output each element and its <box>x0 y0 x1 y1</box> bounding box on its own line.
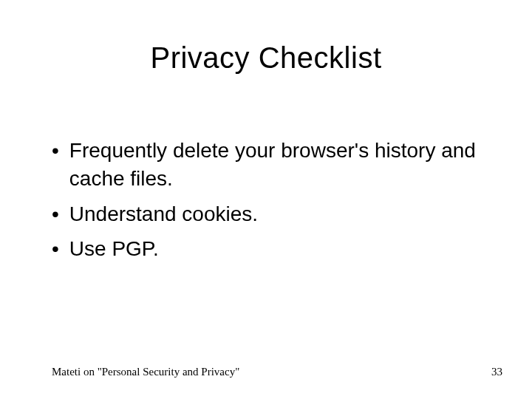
bullet-text: Use PGP. <box>69 235 488 263</box>
bullet-icon: • <box>52 200 59 228</box>
bullet-text: Frequently delete your browser's history… <box>69 137 488 193</box>
slide: Privacy Checklist • Frequently delete yo… <box>0 0 532 399</box>
bullet-icon: • <box>52 137 59 165</box>
slide-title: Privacy Checklist <box>0 41 532 75</box>
bullet-icon: • <box>52 235 59 263</box>
footer-left: Mateti on "Personal Security and Privacy… <box>52 366 239 378</box>
slide-footer: Mateti on "Personal Security and Privacy… <box>52 366 502 378</box>
page-number: 33 <box>491 366 502 378</box>
slide-body: • Frequently delete your browser's histo… <box>52 137 488 270</box>
bullet-text: Understand cookies. <box>69 200 488 228</box>
list-item: • Frequently delete your browser's histo… <box>52 137 488 193</box>
list-item: • Understand cookies. <box>52 200 488 228</box>
list-item: • Use PGP. <box>52 235 488 263</box>
